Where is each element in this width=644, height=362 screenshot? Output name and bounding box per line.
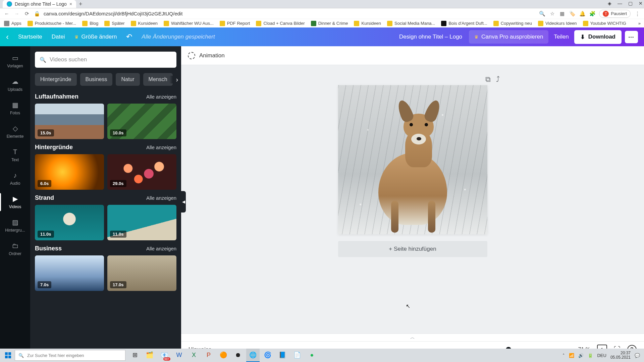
app-icon[interactable]: 🟠 — [217, 349, 230, 362]
bookmark-item[interactable]: Später — [104, 21, 124, 26]
video-thumbnail[interactable]: 15.0s — [35, 104, 104, 139]
canvas-page[interactable] — [338, 85, 487, 234]
video-thumbnail[interactable]: 11.0s — [107, 205, 176, 240]
undo-icon[interactable]: ↶ — [121, 33, 137, 41]
taskbar-search[interactable]: 🔍Zur Suche Text hier eingeben — [15, 350, 125, 361]
video-thumbnail[interactable]: 6.0s — [35, 154, 104, 190]
rail-photos[interactable]: ▦Fotos — [0, 97, 30, 120]
bookmark-item[interactable]: Cload + Canva Bilder — [256, 21, 305, 26]
animation-icon[interactable] — [188, 52, 195, 59]
rail-text[interactable]: TText — [0, 143, 30, 167]
taskbar-clock[interactable]: 20:37 05.05.2021 — [610, 351, 631, 360]
word-icon[interactable]: W — [172, 349, 186, 362]
bookmarks-overflow-icon[interactable]: » — [638, 21, 641, 26]
battery-icon[interactable]: 🔋 — [588, 353, 593, 358]
bookmark-item[interactable]: Wahlfächer WU Aus... — [164, 21, 214, 26]
qr-icon[interactable]: ▦ — [559, 10, 566, 17]
rail-templates[interactable]: ▭Vorlagen — [0, 50, 30, 73]
bookmark-item[interactable]: Videokurs Ideen — [538, 21, 577, 26]
filter-chip[interactable]: Business — [80, 73, 113, 86]
download-button[interactable]: ⬇Download — [574, 30, 622, 44]
notepad-icon[interactable]: 📄 — [290, 349, 304, 362]
search-input[interactable] — [50, 56, 172, 63]
page-share-icon[interactable]: ⤴ — [496, 75, 500, 84]
reload-icon[interactable]: ⟳ — [23, 10, 30, 17]
file-explorer-icon[interactable]: 🗂️ — [143, 349, 156, 362]
duplicate-page-icon[interactable]: ⧉ — [485, 75, 491, 84]
back-arrow-icon[interactable]: ‹ — [6, 32, 13, 42]
filter-chip[interactable]: Natur — [116, 73, 140, 86]
close-tab-icon[interactable]: × — [69, 1, 72, 7]
rail-uploads[interactable]: ☁Uploads — [0, 73, 30, 97]
extensions-puzzle-icon[interactable]: 🧩 — [589, 10, 596, 17]
powerpoint-icon[interactable]: P — [202, 349, 215, 362]
add-page-button[interactable]: + Seite hinzufügen — [338, 241, 487, 257]
bookmark-item[interactable]: Copywriting neu — [493, 21, 532, 26]
see-all-link[interactable]: Alle anzeigen — [146, 195, 176, 201]
star-icon[interactable]: ☆ — [549, 10, 555, 17]
see-all-link[interactable]: Alle anzeigen — [146, 144, 176, 150]
rail-elements[interactable]: ◇Elemente — [0, 120, 30, 143]
wifi-icon[interactable]: 📶 — [569, 353, 574, 358]
rail-folders[interactable]: 🗀Ordner — [0, 237, 30, 261]
home-link[interactable]: Startseite — [13, 34, 47, 40]
maximize-icon[interactable]: ▢ — [628, 1, 633, 6]
filter-chip[interactable]: Mensch — [143, 73, 173, 86]
video-thumbnail[interactable]: 17.0s — [107, 255, 176, 291]
bookmark-item[interactable]: Blog — [82, 21, 98, 26]
share-button[interactable]: Teilen — [548, 30, 574, 44]
resize-button[interactable]: ♛Größe ändern — [70, 34, 122, 40]
excel-icon[interactable]: X — [187, 349, 201, 362]
filter-chip[interactable]: Hintergründe — [35, 73, 77, 86]
expand-timeline-icon[interactable]: ︿ — [181, 334, 644, 341]
see-all-link[interactable]: Alle anzeigen — [146, 94, 176, 100]
extension-icon-1[interactable]: 🏷️ — [569, 10, 576, 17]
bookmark-item[interactable]: Produktsuche - Mer... — [28, 21, 76, 26]
video-thumbnail[interactable]: 11.0s — [35, 205, 104, 240]
app-icon[interactable]: 📘 — [276, 349, 289, 362]
menu-kebab-icon[interactable]: ⋮ — [634, 10, 641, 17]
obs-icon[interactable]: ⏺ — [231, 349, 245, 362]
rail-audio[interactable]: ♪Audio — [0, 167, 30, 190]
video-thumbnail[interactable]: 7.0s — [35, 255, 104, 291]
notifications-icon[interactable]: 💬 — [635, 353, 640, 358]
rail-videos[interactable]: ▶Videos — [0, 190, 30, 214]
close-window-icon[interactable]: ✕ — [639, 1, 643, 6]
more-menu-button[interactable]: ⋯ — [625, 31, 638, 43]
bookmark-item[interactable]: Kursideen — [354, 21, 381, 26]
address-bar[interactable]: canva.com/design/DAEdomzscjl/drBfjHdCojI… — [44, 11, 182, 16]
see-all-link[interactable]: Alle anzeigen — [146, 246, 176, 251]
system-tray[interactable]: ˄ 📶 🔊 🔋 DEU 20:37 05.05.2021 💬 — [562, 351, 643, 360]
zoom-addr-icon[interactable]: 🔍 — [539, 10, 545, 17]
try-pro-button[interactable]: ♛Canva Pro ausprobieren — [469, 30, 548, 44]
volume-icon[interactable]: 🔊 — [578, 353, 584, 358]
video-search[interactable]: 🔍 — [35, 52, 176, 68]
profile-chip[interactable]: T Pausiert — [599, 10, 631, 18]
video-thumbnail[interactable]: 29.0s — [107, 154, 176, 190]
video-thumbnail[interactable]: 10.0s — [107, 104, 176, 139]
minimize-icon[interactable]: — — [618, 1, 622, 6]
mail-icon[interactable]: 📧99+ — [158, 349, 171, 362]
bookmark-item[interactable]: Bois d'Argent Duft... — [441, 21, 487, 26]
rail-background[interactable]: ▨Hintergru... — [0, 214, 30, 237]
bookmark-item[interactable]: Youtube WICHTIG — [583, 21, 626, 26]
bookmark-item[interactable]: Social Media Mana... — [387, 21, 435, 26]
back-icon[interactable]: ← — [3, 10, 10, 17]
bookmark-item[interactable]: Dinner & Crime — [311, 21, 348, 26]
edge-icon[interactable]: 🌀 — [261, 349, 274, 362]
apps-shortcut[interactable]: Apps — [4, 21, 21, 26]
forward-icon[interactable]: → — [13, 10, 20, 17]
task-view-icon[interactable]: ⊞ — [128, 349, 142, 362]
bookmark-item[interactable]: PDF Report — [220, 21, 250, 26]
tray-chevron-icon[interactable]: ˄ — [562, 353, 565, 358]
spotify-icon[interactable]: ● — [305, 349, 319, 362]
chips-scroll-right-icon[interactable]: › — [169, 76, 178, 83]
extension-icon-2[interactable]: 🔔 — [579, 10, 586, 17]
document-title[interactable]: Design ohne Titel – Logo — [399, 34, 462, 40]
chrome-icon[interactable]: 🌐 — [246, 349, 260, 362]
bookmark-item[interactable]: Kursideen — [131, 21, 158, 26]
animation-button[interactable]: Animation — [199, 52, 225, 59]
file-menu[interactable]: Datei — [47, 34, 70, 40]
browser-tab[interactable]: Design ohne Titel – Logo × — [3, 0, 76, 8]
language-indicator[interactable]: DEU — [597, 353, 606, 358]
